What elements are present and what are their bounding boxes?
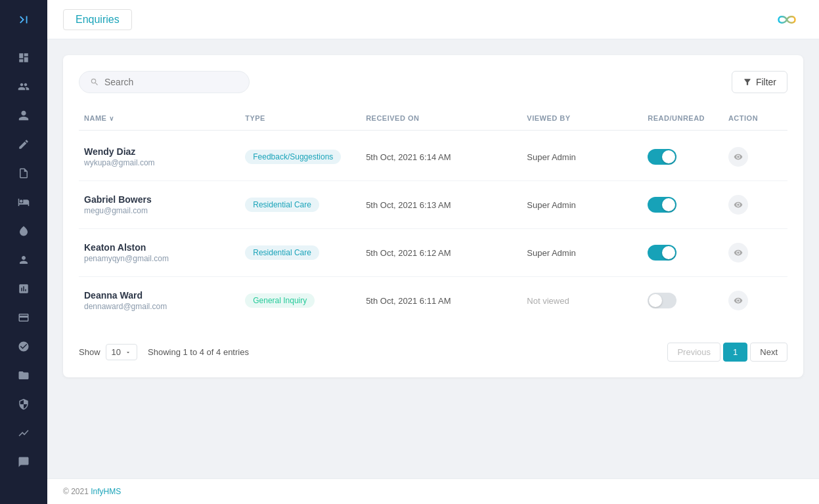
read-toggle[interactable] [648, 245, 676, 261]
content-area: Filter NAME ∨ TYPE RECEIVED ON VIEWED BY… [47, 39, 819, 478]
copyright-text: © 2021 [63, 487, 89, 496]
sidebar-item-staff[interactable] [9, 248, 38, 272]
sidebar-item-idcards[interactable] [9, 306, 38, 329]
sidebar-item-users[interactable] [9, 75, 38, 98]
type-cell: Feedback/Suggestions [240, 147, 361, 167]
show-label: Show [79, 347, 100, 357]
col-received: RECEIVED ON [361, 112, 521, 125]
person-name: Deanna Ward [84, 290, 234, 301]
table-row: Gabriel Bowers megu@gmail.com Residentia… [79, 181, 787, 229]
person-info: Keaton Alston penamyqyn@gmail.com [79, 240, 240, 266]
toggle-track [648, 149, 676, 165]
filter-label: Filter [756, 77, 776, 87]
col-viewed: VIEWED BY [521, 112, 642, 125]
type-cell: Residential Care [240, 195, 361, 215]
toggle-thumb [662, 246, 675, 259]
toggle-track [648, 245, 676, 261]
sidebar-item-fluids[interactable] [9, 219, 38, 243]
sidebar-item-dashboard[interactable] [9, 46, 38, 70]
sidebar-item-contacts[interactable] [9, 335, 38, 358]
view-button[interactable] [728, 243, 748, 262]
sidebar-item-roles[interactable] [9, 392, 38, 416]
enquiries-table: NAME ∨ TYPE RECEIVED ON VIEWED BY READ/U… [79, 106, 787, 324]
sidebar [0, 0, 47, 504]
filter-button[interactable]: Filter [732, 71, 787, 93]
person-email: penamyqyn@gmail.com [84, 254, 234, 263]
action-cell [723, 240, 787, 265]
sidebar-item-enquiries[interactable] [9, 450, 38, 474]
action-cell [723, 192, 787, 217]
toggle-cell[interactable] [642, 242, 723, 263]
page-1-button[interactable]: 1 [723, 343, 747, 362]
table-header: NAME ∨ TYPE RECEIVED ON VIEWED BY READ/U… [79, 106, 787, 131]
action-cell [723, 288, 787, 313]
sidebar-item-files[interactable] [9, 364, 38, 387]
toggle-thumb [649, 294, 662, 307]
person-email: dennaward@gmail.com [84, 302, 234, 311]
sidebar-item-patients[interactable] [9, 104, 38, 127]
read-toggle[interactable] [648, 197, 676, 213]
person-email: megu@gmail.com [84, 206, 234, 215]
received-cell: 5th Oct, 2021 6:11 AM [361, 293, 521, 308]
read-toggle[interactable] [648, 149, 676, 165]
page-title: Enquiries [63, 9, 132, 30]
toggle-thumb [662, 150, 675, 163]
type-badge: Residential Care [245, 245, 319, 260]
viewed-cell: Not viewed [521, 293, 642, 308]
eye-icon [734, 152, 743, 161]
action-cell [723, 144, 787, 169]
toggle-thumb [662, 198, 675, 211]
col-action: ACTION [723, 112, 787, 125]
sort-icon: ∨ [109, 115, 114, 122]
toggle-cell[interactable] [642, 146, 723, 167]
toolbar: Filter [79, 71, 787, 93]
pagination: Previous 1 Next [667, 343, 787, 362]
person-info: Wendy Diaz wykupa@gmail.com [79, 144, 240, 170]
entries-value: 10 [112, 347, 121, 357]
search-input[interactable] [104, 77, 238, 87]
col-type: TYPE [240, 112, 361, 125]
entries-select[interactable]: 10 [106, 344, 137, 360]
view-button[interactable] [728, 195, 748, 215]
table-row: Keaton Alston penamyqyn@gmail.com Reside… [79, 229, 787, 277]
type-badge: General Inquiry [245, 293, 315, 308]
brand-name: InfyHMS [91, 487, 121, 496]
person-name: Keaton Alston [84, 242, 234, 253]
search-box[interactable] [79, 71, 250, 93]
showing-text: Showing 1 to 4 of 4 entries [148, 347, 249, 357]
sidebar-item-notes[interactable] [9, 133, 38, 156]
view-button[interactable] [728, 291, 748, 310]
read-toggle[interactable] [648, 293, 676, 308]
toggle-track [648, 293, 676, 308]
previous-button[interactable]: Previous [667, 343, 720, 362]
sidebar-item-reports[interactable] [9, 277, 38, 301]
toggle-cell[interactable] [642, 194, 723, 215]
sidebar-item-analytics[interactable] [9, 421, 38, 445]
type-badge: Residential Care [245, 198, 319, 212]
col-readunread: READ/UNREAD [642, 112, 723, 125]
received-cell: 5th Oct, 2021 6:13 AM [361, 198, 521, 213]
type-cell: General Inquiry [240, 291, 361, 310]
received-cell: 5th Oct, 2021 6:12 AM [361, 245, 521, 261]
view-button[interactable] [728, 147, 748, 167]
type-badge: Feedback/Suggestions [245, 150, 341, 164]
sidebar-item-documents[interactable] [9, 161, 38, 185]
person-info: Deanna Ward dennaward@gmail.com [79, 287, 240, 314]
person-name: Wendy Diaz [84, 146, 234, 157]
enquiries-card: Filter NAME ∨ TYPE RECEIVED ON VIEWED BY… [63, 55, 803, 377]
next-button[interactable]: Next [750, 343, 787, 362]
viewed-cell: Super Admin [521, 245, 642, 261]
toggle-track [648, 197, 676, 213]
search-icon [90, 77, 99, 87]
table-row: Deanna Ward dennaward@gmail.com General … [79, 277, 787, 324]
person-info: Gabriel Bowers megu@gmail.com [79, 192, 240, 218]
main-area: Enquiries [47, 0, 819, 504]
toggle-cell[interactable] [642, 290, 723, 311]
viewed-cell: Super Admin [521, 150, 642, 165]
sidebar-nav [0, 39, 47, 480]
eye-icon [734, 200, 743, 209]
eye-icon [734, 296, 743, 305]
sidebar-item-beds[interactable] [9, 190, 38, 214]
sidebar-logo[interactable] [0, 0, 47, 39]
received-cell: 5th Oct, 2021 6:14 AM [361, 150, 521, 165]
